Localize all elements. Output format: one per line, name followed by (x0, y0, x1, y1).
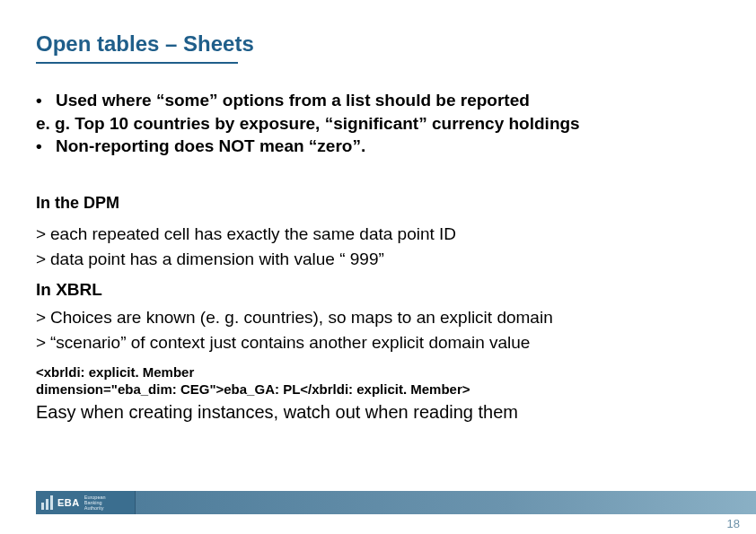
dpm-heading: In the DPM (36, 194, 720, 213)
intro-example: e. g. Top 10 countries by exposure, “sig… (36, 112, 720, 136)
chevron-right-icon: > (36, 330, 50, 356)
page-number: 18 (727, 517, 740, 530)
xbrl-item-1: Choices are known (e. g. countries), so … (50, 308, 553, 327)
chevron-right-icon: > (36, 247, 50, 273)
eba-logo: EBA European Banking Authority (36, 491, 135, 514)
footer-bar: EBA European Banking Authority (36, 491, 756, 514)
chevron-right-icon: > (36, 222, 50, 248)
dpm-list: >each repeated cell has exactly the same… (36, 222, 720, 273)
dpm-item-1: each repeated cell has exactly the same … (50, 224, 456, 243)
footer-gradient (135, 491, 756, 514)
closing-text: Easy when creating instances, watch out … (36, 402, 720, 423)
chevron-right-icon: > (36, 305, 50, 331)
xbrl-item-2: “scenario” of context just contains anot… (50, 333, 530, 352)
intro-bullet-2: Non-reporting does NOT mean “zero”. (56, 136, 365, 155)
logo-text: EBA (57, 497, 80, 508)
title-underline (36, 62, 238, 64)
code-line-1: <xbrldi: explicit. Member (36, 363, 720, 381)
dpm-item-2: data point has a dimension with value “ … (50, 249, 384, 268)
slide-title: Open tables – Sheets (36, 31, 720, 57)
bullet-dot-icon: • (36, 89, 56, 112)
logo-bars-icon (41, 495, 53, 510)
intro-bullet-1: Used where “some” options from a list sh… (56, 91, 530, 109)
logo-sub-3: Authority (84, 505, 106, 511)
xbrl-list: >Choices are known (e. g. countries), so… (36, 305, 720, 356)
code-line-2: dimension="eba_dim: CEG">eba_GA: PL</xbr… (36, 381, 720, 398)
intro-block: •Used where “some” options from a list s… (36, 89, 720, 158)
bullet-dot-icon: • (36, 135, 56, 158)
code-snippet: <xbrldi: explicit. Member dimension="eba… (36, 363, 720, 398)
xbrl-heading: In XBRL (36, 280, 720, 300)
